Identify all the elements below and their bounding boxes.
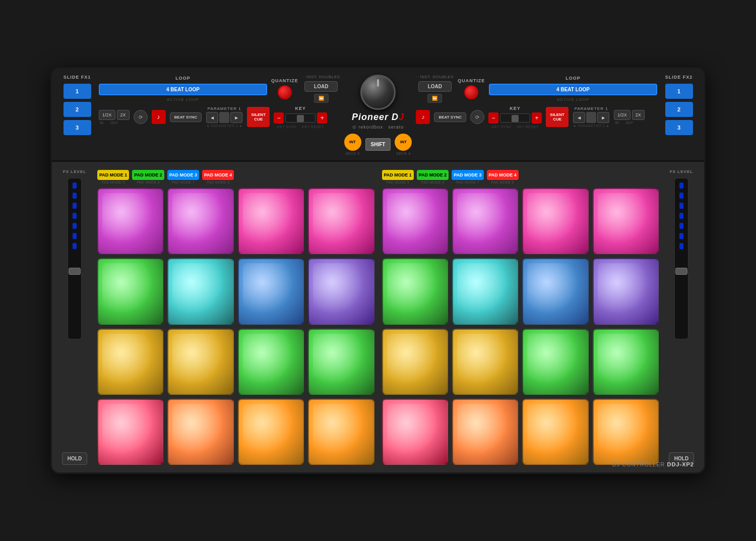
right-silent-cue-btn[interactable]: SILENT CUE	[546, 107, 569, 127]
right-key-label: KEY	[510, 106, 521, 111]
right-param-center	[586, 112, 596, 123]
right-pad-r2c4[interactable]	[593, 258, 659, 324]
left-music-note-btn[interactable]: ♪	[152, 110, 166, 124]
fx-led-2	[73, 193, 77, 199]
left-half-btn[interactable]: 1/2X	[99, 110, 115, 120]
left-pad-r3c2[interactable]	[167, 329, 233, 395]
right-transport-btn[interactable]: ⏩	[427, 94, 442, 103]
right-pad-r3c1[interactable]	[382, 329, 448, 395]
right-pad-mode-3-btn[interactable]: PAD MODE 3	[452, 170, 483, 180]
right-pad-r1c2[interactable]	[452, 188, 518, 254]
right-pad-r2c3[interactable]	[522, 258, 588, 324]
right-pad-r1c4[interactable]	[593, 188, 659, 254]
left-silent-cue-btn[interactable]: SILENT CUE	[247, 107, 270, 127]
right-pad-mode-3-col: PAD MODE 3 PAD MODE 7	[452, 169, 483, 184]
right-half-2x-btns: 1/2X 2X	[614, 110, 645, 120]
left-pad-r2c1[interactable]	[97, 258, 163, 324]
deck4-int-btn[interactable]: INT	[395, 134, 412, 151]
right-pad-r3c4[interactable]	[593, 329, 659, 395]
left-loop-section: LOOP 4 BEAT LOOP ACTIVE LOOP	[99, 76, 267, 102]
right-pad-r4c3[interactable]	[522, 399, 588, 465]
right-beat-loop-btn[interactable]: 4 BEAT LOOP	[489, 84, 657, 95]
left-key-minus-btn[interactable]: −	[274, 112, 284, 124]
left-param-left-btn[interactable]: ◄	[206, 112, 218, 123]
left-pad-r3c1[interactable]	[97, 329, 163, 395]
slide-fx1-btn-2[interactable]: 2	[64, 102, 91, 117]
right-pad-mode-2-col: PAD MODE 2 PAD MODE 6	[417, 169, 449, 184]
left-pad-mode-8-label: PAD MODE 8	[202, 181, 234, 184]
right-load-btn[interactable]: LOAD	[418, 81, 452, 92]
right-pad-r4c2[interactable]	[452, 399, 518, 465]
hold-left-btn[interactable]: HOLD	[62, 452, 87, 465]
left-pad-mode-4-btn[interactable]: PAD MODE 4	[202, 170, 234, 180]
right-music-note-btn[interactable]: ♪	[416, 110, 430, 124]
left-pad-r4c4[interactable]	[308, 399, 374, 465]
left-pad-r4c3[interactable]	[238, 399, 304, 465]
left-pad-r1c4[interactable]	[308, 188, 374, 254]
right-key-plus-btn[interactable]: +	[532, 112, 542, 124]
right-pad-r4c1[interactable]	[382, 399, 448, 465]
left-pad-mode-1-btn[interactable]: PAD MODE 1	[97, 170, 129, 180]
left-pad-r3c4[interactable]	[308, 329, 374, 395]
right-key-slider[interactable]	[500, 113, 530, 123]
slide-fx1-btn-3[interactable]: 3	[64, 120, 91, 135]
fx-slider-right-track[interactable]	[674, 178, 688, 339]
slide-fx2-btn-3[interactable]: 3	[665, 120, 693, 135]
right-quantize-knob[interactable]	[464, 85, 478, 99]
right-key-minus-btn[interactable]: −	[488, 112, 498, 124]
left-tempo-icon[interactable]: ⟳	[134, 110, 148, 124]
fx-led-4	[73, 213, 77, 219]
left-load-btn[interactable]: LOAD	[304, 81, 338, 92]
left-pad-mode-7-label: PAD MODE 7	[167, 181, 199, 184]
left-pad-mode-3-btn[interactable]: PAD MODE 3	[167, 170, 199, 180]
left-pad-mode-2-btn[interactable]: PAD MODE 2	[132, 170, 164, 180]
left-pad-r4c2[interactable]	[167, 399, 233, 465]
left-pad-r1c3[interactable]	[238, 188, 304, 254]
shift-btn[interactable]: SHIFT	[365, 138, 391, 151]
left-pads-grid	[97, 188, 374, 465]
left-2x-btn[interactable]: 2X	[117, 110, 130, 120]
left-transport-btn[interactable]: ⏩	[314, 94, 329, 103]
left-quantize-knob[interactable]	[278, 85, 292, 99]
slide-fx1-btn-1[interactable]: 1	[64, 84, 91, 99]
right-pad-r4c4[interactable]	[593, 399, 659, 465]
left-pad-r4c1[interactable]	[97, 399, 163, 465]
slide-fx2-btn-1[interactable]: 1	[665, 84, 693, 99]
left-beat-sync-btn[interactable]: BEAT SYNC	[170, 112, 202, 122]
left-param-right-btn[interactable]: ►	[230, 112, 242, 123]
right-pad-r3c2[interactable]	[452, 329, 518, 395]
left-pad-r2c4[interactable]	[308, 258, 374, 324]
dj-controller: SLIDE FX1 1 2 3 LOOP 4 BEAT LOOP ACTIVE …	[50, 67, 706, 474]
right-pad-mode-1-btn[interactable]: PAD MODE 1	[382, 170, 414, 180]
right-half-btn[interactable]: 1/2X	[614, 110, 631, 120]
left-beat-loop-btn[interactable]: 4 BEAT LOOP	[99, 84, 267, 95]
left-pad-r1c1[interactable]	[97, 188, 163, 254]
left-pad-r3c3[interactable]	[238, 329, 304, 395]
slide-fx2-btn-2[interactable]: 2	[665, 102, 693, 117]
fx-slider-left-container	[68, 178, 82, 449]
left-pad-r2c2[interactable]	[167, 258, 233, 324]
right-pad-r1c3[interactable]	[522, 188, 588, 254]
fx-level-right-label: FX LEVEL	[670, 169, 693, 174]
left-key-slider[interactable]	[285, 113, 316, 123]
right-tempo-icon[interactable]: ⟳	[470, 110, 484, 124]
right-pad-r2c2[interactable]	[452, 258, 518, 324]
deck3-int-btn[interactable]: INT	[344, 134, 361, 151]
right-2x-btn[interactable]: 2X	[632, 110, 645, 120]
left-pad-r1c2[interactable]	[167, 188, 233, 254]
right-pad-r3c3[interactable]	[522, 329, 588, 395]
right-param-left-btn[interactable]: ◄	[573, 112, 585, 123]
left-pad-r2c3[interactable]	[238, 258, 304, 324]
fx-slider-right-thumb	[675, 268, 687, 275]
left-key-plus-btn[interactable]: +	[317, 112, 327, 124]
right-param-right-btn[interactable]: ►	[597, 112, 609, 123]
right-pad-r2c1[interactable]	[382, 258, 448, 324]
right-param-arrows: ◄ ►	[573, 112, 610, 123]
right-pad-mode-2-btn[interactable]: PAD MODE 2	[417, 170, 449, 180]
right-beat-sync-btn[interactable]: BEAT SYNC	[434, 112, 466, 122]
right-pad-mode-4-btn[interactable]: PAD MODE 4	[487, 170, 519, 180]
fx-slider-left-track[interactable]	[68, 178, 82, 339]
fx-led-r1	[679, 183, 683, 189]
main-knob[interactable]	[360, 75, 396, 110]
right-pad-r1c1[interactable]	[382, 188, 448, 254]
